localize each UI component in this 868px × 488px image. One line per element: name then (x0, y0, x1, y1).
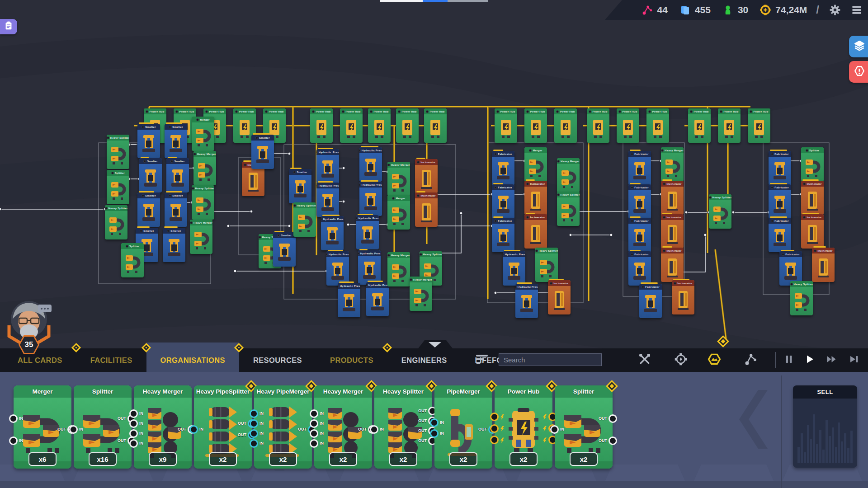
hand-card-power-hub[interactable]: Power Hubx2 (495, 385, 552, 469)
tab-organisations[interactable]: ORGANISATIONS (146, 348, 239, 372)
board-card-hydraulic-press[interactable]: Hydraulic Press (359, 182, 382, 216)
share-button[interactable] (742, 352, 759, 368)
output-port[interactable] (609, 436, 617, 445)
board-card-heavy-merger[interactable]: Heavy Merger (410, 277, 432, 311)
tab-resources[interactable]: RESOURCES (239, 348, 316, 372)
board-card-hydraulic-press[interactable]: Hydraulic Press (366, 282, 389, 316)
board-card-incinerator[interactable]: Incinerator (661, 214, 684, 249)
board-card-incinerator[interactable]: Incinerator (661, 248, 684, 282)
board-card-smelter[interactable]: Smelter (251, 135, 274, 169)
board-card-hydraulic-press[interactable]: Hydraulic Press (359, 147, 382, 182)
play-button[interactable] (802, 353, 817, 367)
hand-card-splitter[interactable]: Splitterx2INOUTOUT (555, 385, 613, 469)
board-card-fabricator[interactable]: Fabricator (769, 184, 791, 219)
board-card-heavy-splitter[interactable]: Heavy Splitter (105, 205, 127, 239)
board-card-heavy-merger[interactable]: Heavy Merger (190, 220, 212, 254)
board-card-splitter[interactable]: Splitter (801, 147, 824, 182)
board-card-incinerator[interactable]: Incinerator (812, 248, 835, 282)
hand-card-merger[interactable]: Mergerx6ININOUT (14, 385, 71, 469)
board-card-power-hub[interactable]: Power Hub (554, 108, 577, 143)
board-card-fabricator[interactable]: Fabricator (639, 284, 662, 318)
board-card-heavy-splitter[interactable]: Heavy Splitter (293, 202, 316, 237)
tab-products[interactable]: PRODUCTS (316, 348, 387, 372)
board-card-fabricator[interactable]: Fabricator (492, 184, 514, 219)
board-card-incinerator[interactable]: Incinerator (672, 280, 694, 314)
board-card-hydraulic-press[interactable]: Hydraulic Press (316, 183, 339, 217)
board-card-power-hub[interactable]: Power Hub (495, 108, 517, 143)
input-port[interactable] (129, 419, 138, 428)
input-port[interactable] (189, 425, 198, 434)
board-card-power-hub[interactable]: Power Hub (396, 108, 419, 143)
input-port[interactable] (550, 425, 559, 434)
hand-card-heavy-splitter[interactable]: Heavy Splitterx2INOUTOUTOUTOUT (374, 385, 432, 469)
board-card-heavy-splitter[interactable]: Heavy Splitter (535, 248, 558, 282)
board-card-fabricator[interactable]: Fabricator (769, 151, 791, 185)
board-card-heavy-merger[interactable]: Heavy Merger (557, 158, 580, 192)
input-port[interactable] (430, 429, 439, 438)
board-card-fabricator[interactable]: Fabricator (628, 218, 651, 252)
board-card-hydraulic-press[interactable]: Hydraulic Press (338, 283, 360, 317)
board-card-power-hub[interactable]: Power Hub (587, 108, 609, 143)
board-card-power-hub[interactable]: Power Hub (617, 108, 639, 143)
board-card-merger[interactable]: Merger (192, 117, 214, 151)
board-card-heavy-merger[interactable]: Heavy Merger (661, 147, 684, 182)
board-card-heavy-splitter[interactable]: Heavy Splitter (192, 185, 214, 220)
layers-button[interactable] (849, 36, 868, 57)
input-port[interactable] (250, 439, 258, 448)
board-card-incinerator[interactable]: Incinerator (801, 181, 824, 215)
board-card-fabricator[interactable]: Fabricator (628, 151, 651, 185)
board-card-fabricator[interactable]: Fabricator (628, 251, 651, 286)
input-port[interactable] (490, 424, 499, 433)
board-card-smelter[interactable]: Smelter (166, 158, 189, 192)
board-card-incinerator[interactable]: Incinerator (415, 192, 438, 227)
board-card-fabricator[interactable]: Fabricator (628, 184, 651, 219)
hand-card-heavy-merger[interactable]: Heavy Mergerx9ININININOUT (134, 385, 192, 469)
quest-log-button[interactable] (0, 19, 17, 34)
board-card-hydraulic-press[interactable]: Hydraulic Press (356, 215, 379, 249)
input-port[interactable] (310, 429, 318, 438)
board-card-heavy-merger[interactable]: Heavy Merger (387, 162, 410, 196)
board-card-incinerator[interactable]: Incinerator (415, 159, 438, 193)
board-card-smelter[interactable]: Smelter (137, 124, 160, 158)
board-card-incinerator[interactable]: Incinerator (661, 181, 684, 215)
input-port[interactable] (9, 414, 18, 423)
input-port[interactable] (129, 409, 138, 418)
chat-bubble-icon[interactable] (38, 305, 52, 312)
board-card-power-hub[interactable]: Power Hub (646, 108, 669, 143)
board-card-incinerator[interactable]: Incinerator (801, 214, 824, 249)
board-card-splitter[interactable]: Splitter (121, 243, 144, 277)
input-port[interactable] (310, 419, 318, 428)
board-card-smelter[interactable]: Smelter (137, 192, 160, 227)
board-card-power-hub[interactable]: Power Hub (524, 108, 547, 143)
board-card-fabricator[interactable]: Fabricator (492, 151, 514, 185)
board-card-hydraulic-press[interactable]: Hydraulic Press (326, 251, 349, 286)
hand-card-heavy-merger[interactable]: Heavy Mergerx2ININININOUT (314, 385, 372, 469)
board-card-merger[interactable]: Merger (387, 195, 410, 230)
board-card-hydraulic-press[interactable]: Hydraulic Press (358, 250, 381, 285)
board-card-power-hub[interactable]: Power Hub (340, 108, 363, 143)
hexgem-button[interactable] (706, 352, 722, 368)
sell-panel[interactable]: SELL (793, 385, 857, 468)
board-card-incinerator[interactable]: Incinerator (524, 181, 547, 215)
board-card-power-hub[interactable]: Power Hub (424, 108, 447, 143)
input-port[interactable] (310, 409, 318, 418)
board-card-merger[interactable]: Merger (524, 147, 547, 182)
board-card-heavy-splitter[interactable]: Heavy Splitter (107, 135, 129, 169)
board-card-power-hub[interactable]: Power Hub (748, 108, 770, 143)
settings-button[interactable] (828, 3, 842, 17)
input-port[interactable] (370, 425, 378, 434)
input-port[interactable] (69, 425, 78, 434)
collapse-arrow-icon[interactable] (429, 342, 441, 347)
board-card-smelter[interactable]: Smelter (163, 228, 185, 262)
board-card-incinerator[interactable]: Incinerator (524, 214, 547, 249)
board-card-incinerator[interactable]: Incinerator (548, 280, 571, 314)
pause-button[interactable] (781, 353, 797, 367)
board-card-smelter[interactable]: Smelter (165, 124, 187, 158)
search-input[interactable] (499, 353, 602, 366)
output-port[interactable] (609, 414, 617, 423)
alert-button[interactable] (849, 61, 868, 83)
menu-button[interactable] (850, 3, 863, 17)
board-card-smelter[interactable]: Smelter (273, 232, 296, 267)
max-speed-button[interactable] (846, 353, 862, 367)
input-port[interactable] (250, 429, 258, 438)
